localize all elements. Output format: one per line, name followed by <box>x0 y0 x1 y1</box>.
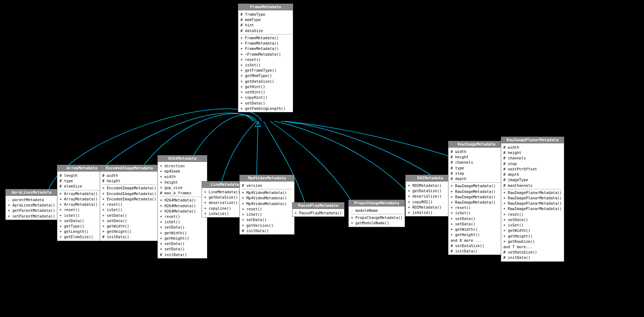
class-body-PropsChangeMetadata: - moduleName + PropsChangeMetadata() + g… <box>349 206 405 227</box>
class-body-RawImagePlanarMetadata: # width # height # channels # step # nex… <box>501 143 564 261</box>
class-header-EncodedImageMetadata: EncodedImageMetadata <box>100 165 159 172</box>
class-EncodedImageMetadata: EncodedImageMetadata # width # height + … <box>100 165 159 241</box>
class-Mp4VideoMetadata: Mp4VideoMetadata # version + Mp4VideoMet… <box>239 175 295 235</box>
class-H264Metadata: H264Metadata + direction + mp4Seek + wid… <box>157 155 207 259</box>
class-header-FrameMetadata: FrameMetadata <box>238 4 293 10</box>
class-header-RawImageMetadata: RawImageMetadata <box>448 141 505 148</box>
class-header-RawImagePlanarMetadata: RawImagePlanarMetadata <box>501 137 564 143</box>
class-header-ApraLinesMetadata: ApraLinesMetadata <box>6 189 57 196</box>
class-header-PausePlayMetadata: PausePlayMetadata <box>292 203 344 209</box>
class-body-RawImageMetadata: # width # height # channels # type # ste… <box>448 148 505 255</box>
class-body-H264Metadata: + direction + mp4Seek + width + height +… <box>158 162 207 258</box>
class-body-PausePlayMetadata: + PausePlayMetadata() <box>292 209 344 216</box>
class-ApraLinesMetadata: ApraLinesMetadata - parentMetadata + Apr… <box>5 189 58 220</box>
class-body-FrameMetadata: # frameType # memType # hint # dataSize … <box>238 10 293 112</box>
class-body-EncodedImageMetadata: # width # height + EncodedImageMetadata(… <box>100 172 159 241</box>
class-FrameMetadata: FrameMetadata # frameType # memType # hi… <box>238 4 293 112</box>
class-RawImageMetadata: RawImageMetadata # width # height # chan… <box>448 141 505 255</box>
class-body-ArrayMetadata: # length # type # elemSize + ArrayMetada… <box>57 172 107 241</box>
svg-marker-0 <box>255 121 261 127</box>
class-header-H264Metadata: H264Metadata <box>158 155 207 162</box>
class-body-ApraLinesMetadata: - parentMetadata + ApraLinesMetadata() +… <box>6 196 57 220</box>
class-PropsChangeMetadata: PropsChangeMetadata - moduleName + Props… <box>348 200 405 227</box>
class-PausePlayMetadata: PausePlayMetadata + PausePlayMetadata() <box>292 202 344 217</box>
class-header-ArrayMetadata: ArrayMetadata <box>57 165 107 172</box>
class-header-PropsChangeMetadata: PropsChangeMetadata <box>349 200 405 206</box>
class-ArrayMetadata: ArrayMetadata # length # type # elemSize… <box>57 165 107 241</box>
class-header-Mp4VideoMetadata: Mp4VideoMetadata <box>240 175 294 181</box>
class-body-ROIMetadata: + ROIMetadata() + getDataSize() + deseri… <box>406 181 455 216</box>
class-ROIMetadata: ROIMetadata + ROIMetadata() + getDataSiz… <box>405 175 455 216</box>
diagram-container: FrameMetadata # frameType # memType # hi… <box>0 0 644 317</box>
class-header-ROIMetadata: ROIMetadata <box>406 175 455 181</box>
class-RawImagePlanarMetadata: RawImagePlanarMetadata # width # height … <box>501 137 564 262</box>
class-body-Mp4VideoMetadata: # version + Mp4VideoMetadata() + Mp4Vide… <box>240 181 294 234</box>
